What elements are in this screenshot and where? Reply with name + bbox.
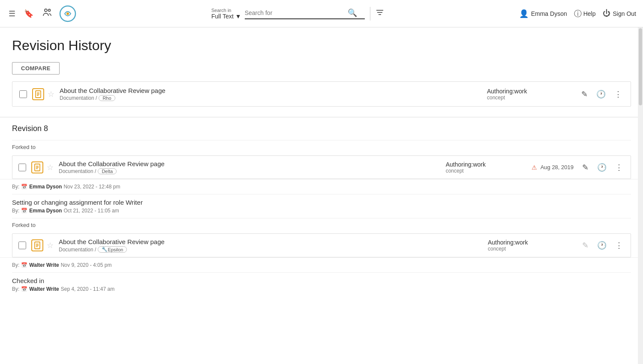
fork-2-more-button[interactable]: ⋮ [613,239,625,252]
setting-section: Setting or changing assignment for role … [0,194,643,218]
search-button[interactable]: 🔍 [348,8,357,18]
fork-1-title: About the Collaborative Review page [59,160,446,167]
checked-in-by-label: By: [12,286,19,292]
checked-in-section: Checked in By: 📅 Walter Write Sep 4, 202… [0,273,643,296]
current-item-title: About the Collaborative Review page [60,87,487,94]
fork-2-actions: ✎ 🕐 ⋮ [580,239,625,252]
fork-1-item: ☆ About the Collaborative Review page Do… [12,155,631,179]
fork-2-label: Forked to [12,218,631,232]
fork-1-checkbox[interactable] [18,164,26,171]
signout-label: Sign Out [613,10,636,17]
setting-by-label: By: [12,208,19,214]
checked-in-entry: Checked in By: 📅 Walter Write Sep 4, 202… [12,273,631,296]
fork-1-label: Forked to [12,140,631,154]
setting-entry: Setting or changing assignment for role … [12,194,631,218]
signout-button[interactable]: ⏻ Sign Out [603,9,636,18]
search-type-select[interactable]: Full Text ▼ [211,13,241,20]
current-item-meta: Authoring:work concept [487,88,573,101]
fork-2-checkbox[interactable] [18,242,26,249]
search-in-label: Search in [211,8,241,13]
more-options-button[interactable]: ⋮ [613,88,624,101]
help-icon: ⓘ [574,9,582,19]
fork-2-item: ☆ About the Collaborative Review page Do… [12,233,631,257]
fork-1-star[interactable]: ☆ [47,163,54,172]
fork-2-section: Forked to ☆ About the Collaborative Revi… [0,218,643,257]
setting-date: Oct 21, 2022 - 11:05 am [63,208,119,214]
fork-1-history-button[interactable]: 🕐 [595,161,608,174]
fork-1-edit-button[interactable]: ✎ [580,161,590,174]
fork-1-alert-date: Aug 28, 2019 [541,164,574,170]
header-search: Search in Full Text ▼ 🔍 [81,7,514,21]
checked-in-label: Checked in [12,277,631,284]
user-name: Emma Dyson [531,10,567,17]
header-left: ☰ 🔖 [7,5,76,22]
fork-2-star[interactable]: ☆ [47,241,54,250]
fork-1-meta-label: Authoring:work [446,161,486,168]
user-button[interactable]: 👤 Emma Dyson [519,9,567,18]
header-right: 👤 Emma Dyson ⓘ Help ⏻ Sign Out [519,9,636,19]
compare-button[interactable]: COMPARE [12,62,60,75]
header: ☰ 🔖 Search in Full Text ▼ [0,0,643,27]
fork-1-actions: ✎ 🕐 ⋮ [580,161,625,174]
setting-title: Setting or changing assignment for role … [12,199,631,206]
fork-1-meta: Authoring:work concept [446,161,532,174]
fork-1-doc-icon [31,161,43,173]
users-button[interactable] [40,6,54,21]
setting-by: By: 📅 Emma Dyson Oct 21, 2022 - 11:05 am [12,208,631,214]
checked-in-date: Sep 4, 2020 - 11:47 am [61,286,114,292]
fork-1-info: About the Collaborative Review page Docu… [59,160,446,174]
fork-2-by: By: 📅 Walter Write Nov 9, 2020 - 4:05 pm [12,262,631,268]
current-item-breadcrumb-text: Documentation / [60,95,97,101]
checked-in-author: Walter Write [29,286,59,292]
revision-8-label: Revision 8 [12,124,48,133]
fork-1-date-badge: ⚠ Aug 28, 2019 [532,164,574,171]
fork-2-doc-icon [31,239,43,251]
fork-1-meta-sub: concept [446,168,486,174]
user-icon: 👤 [519,9,529,18]
calendar-icon-1: 📅 [21,184,27,190]
fork-2-author: Walter Write [29,262,59,268]
current-item-star[interactable]: ☆ [48,90,54,99]
fork-1-author-entry: By: 📅 Emma Dyson Nov 23, 2022 - 12:48 pm [0,179,643,194]
help-button[interactable]: ⓘ Help [574,9,596,19]
search-in-group: Search in Full Text ▼ [211,8,241,20]
current-item-breadcrumb: Documentation / Rho [60,95,487,101]
current-item-branch: Rho [99,95,115,101]
fork-1-more-button[interactable]: ⋮ [613,161,625,174]
scrollbar[interactable] [638,27,643,296]
checked-in-by: By: 📅 Walter Write Sep 4, 2020 - 11:47 a… [12,286,631,292]
hamburger-menu-button[interactable]: ☰ [7,7,17,20]
edit-button[interactable]: ✎ [580,88,589,101]
fork-1-breadcrumb: Documentation / Delta [59,168,446,174]
fork-2-history-button[interactable]: 🕐 [595,239,608,252]
scrollbar-thumb[interactable] [639,28,642,105]
current-item-checkbox[interactable] [19,90,27,98]
alert-icon: ⚠ [532,164,537,171]
bookmark-button[interactable]: 🔖 [22,7,35,20]
power-icon: ⏻ [603,9,610,18]
fork-1-breadcrumb-text: Documentation / [59,168,96,174]
history-button[interactable]: 🕐 [595,88,607,101]
calendar-icon-2: 📅 [21,208,27,214]
fork-2-title: About the Collaborative Review page [59,238,488,245]
filter-button[interactable] [376,8,384,19]
fork-1-by: By: 📅 Emma Dyson Nov 23, 2022 - 12:48 pm [12,184,631,190]
fork-2-by-label: By: [12,262,19,268]
search-input[interactable] [245,9,348,16]
fork-2-breadcrumb: Documentation / 🔧 Epsilon [59,246,488,253]
fork-2-meta: Authoring:work concept [488,239,574,252]
fork-2-edit-button[interactable]: ✎ [580,239,590,252]
app-logo[interactable] [59,5,76,22]
fork-1-branch: Delta [98,168,117,174]
current-item: ☆ About the Collaborative Review page Do… [12,81,631,107]
svg-point-0 [45,9,47,12]
calendar-icon-3: 📅 [21,262,27,268]
current-item-meta-label: Authoring:work [487,88,527,95]
search-input-wrapper: 🔍 [245,8,365,19]
search-divider [370,7,370,21]
setting-author: Emma Dyson [29,208,62,214]
fork-2-date: Nov 9, 2020 - 4:05 pm [61,262,112,268]
revision-section: Revision 8 Forked to ☆ About the Collabo… [0,117,643,296]
fork-1-section: Forked to ☆ About the Collaborative Revi… [0,140,643,179]
svg-point-1 [48,9,51,12]
